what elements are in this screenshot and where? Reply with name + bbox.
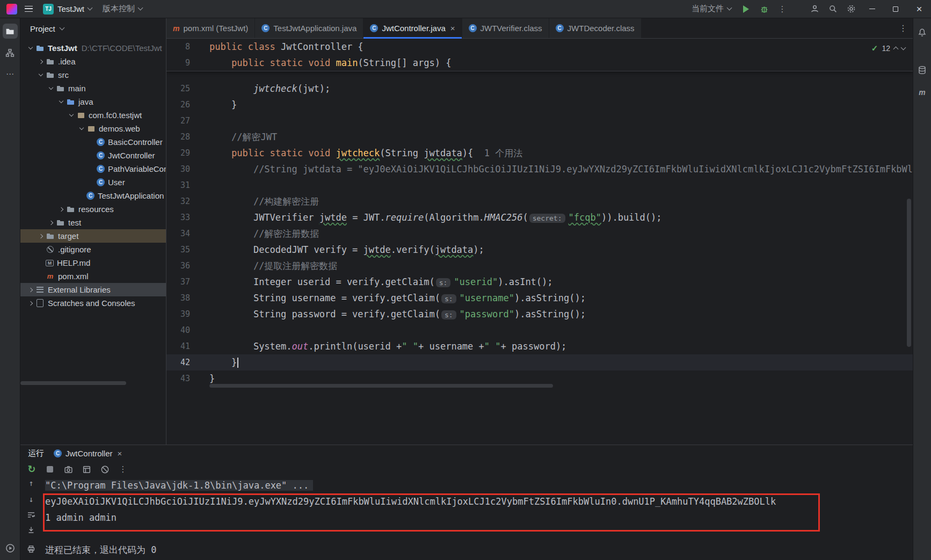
line-number[interactable]: 37 — [166, 274, 209, 290]
line-number[interactable]: 39 — [166, 306, 209, 322]
tree-item-java[interactable]: java — [20, 95, 166, 108]
line-number[interactable]: 9 — [166, 55, 209, 71]
line-number[interactable]: 40 — [166, 322, 209, 338]
structure-tool-icon[interactable] — [3, 45, 18, 60]
code-line-39[interactable]: 39 String password = verify.getClaim(s:"… — [166, 306, 913, 322]
run-button[interactable] — [737, 0, 755, 18]
tree-item-com-fc0-testjwt[interactable]: com.fc0.testjwt — [20, 108, 166, 122]
code-line-28[interactable]: 28 //解密JWT — [166, 129, 913, 145]
line-number[interactable]: 8 — [166, 39, 209, 55]
tree-item-target[interactable]: target — [20, 229, 166, 243]
run-tab[interactable]: C JwtController × — [50, 445, 125, 461]
code-line-38[interactable]: 38 String username = verify.getClaim(s:"… — [166, 290, 913, 306]
inspections-widget[interactable]: ✓ 12 — [871, 43, 905, 53]
tree-item-src[interactable]: src — [20, 68, 166, 82]
line-number[interactable]: 31 — [166, 177, 209, 193]
code-line-9[interactable]: 9 public static void main(String[] args)… — [166, 55, 913, 71]
code-editor[interactable]: ✓ 12 8public class JwtController {9 publ… — [166, 39, 913, 445]
chevron-down-icon[interactable] — [901, 45, 906, 50]
tree-item-scratches-and-consoles[interactable]: Scratches and Consoles — [20, 296, 166, 310]
code-line-26[interactable]: 26 } — [166, 97, 913, 113]
tree-item-help-md[interactable]: MHELP.md — [20, 256, 166, 270]
editor-tab[interactable]: mpom.xml (TestJwt) — [166, 18, 255, 38]
chevron-down-icon[interactable] — [26, 48, 35, 49]
chevron-down-icon[interactable] — [67, 115, 76, 116]
project-panel-header[interactable]: Project — [20, 18, 166, 39]
stop-icon[interactable] — [45, 466, 55, 472]
maximize-button[interactable] — [884, 0, 907, 18]
tree-item-pom-xml[interactable]: mpom.xml — [20, 270, 166, 283]
profile-icon[interactable] — [805, 0, 824, 18]
editor-tab[interactable]: CJWTDecoder.class — [549, 18, 642, 38]
code-line-25[interactable]: 25 jwtcheck(jwt); — [166, 81, 913, 97]
clear-all-icon[interactable] — [100, 465, 110, 474]
rerun-icon[interactable]: ↻ — [27, 463, 37, 475]
close-tab-icon[interactable]: × — [450, 24, 455, 33]
code-line-40[interactable]: 40 — [166, 322, 913, 338]
code-line-41[interactable]: 41 System.out.println(userid +" "+ usern… — [166, 338, 913, 354]
chevron-right-icon[interactable] — [36, 235, 46, 238]
database-tool-icon[interactable] — [915, 62, 930, 77]
project-widget[interactable]: TJ TestJwt — [38, 0, 97, 18]
chevron-right-icon[interactable] — [56, 208, 66, 211]
line-number[interactable]: 41 — [166, 338, 209, 354]
line-number[interactable]: 42 — [166, 354, 209, 370]
console-line[interactable]: 1 admin admin — [45, 510, 913, 526]
chevron-right-icon[interactable] — [26, 302, 35, 305]
close-button[interactable]: × — [907, 0, 931, 18]
chevron-right-icon[interactable] — [26, 288, 35, 292]
editor-tab[interactable]: CTestJwtApplication.java — [255, 18, 363, 38]
hamburger-menu-icon[interactable] — [19, 0, 38, 18]
more-options-icon[interactable]: ⋮ — [118, 464, 128, 474]
chevron-up-icon[interactable] — [893, 46, 899, 52]
project-tool-icon[interactable] — [3, 24, 18, 39]
line-number[interactable]: 43 — [166, 370, 209, 387]
tree-item-user[interactable]: CUser — [20, 176, 166, 189]
horizontal-scrollbar[interactable] — [20, 381, 126, 385]
soft-wrap-icon[interactable] — [27, 511, 35, 519]
code-line-42[interactable]: 42 } — [166, 354, 913, 370]
chevron-down-icon[interactable] — [56, 101, 66, 103]
code-line-35[interactable]: 35 DecodedJWT verify = jwtde.verify(jwtd… — [166, 242, 913, 258]
console-line[interactable]: 进程已结束，退出代码为 0 — [45, 542, 913, 558]
scroll-to-end-icon[interactable] — [27, 526, 35, 534]
code-line-31[interactable]: 31 — [166, 177, 913, 193]
tree-item-resources[interactable]: resources — [20, 202, 166, 216]
run-config-widget[interactable]: 当前文件 — [686, 0, 737, 18]
line-number[interactable]: 32 — [166, 193, 209, 209]
console-line[interactable]: "C:\Program Files\Java\jdk-1.8\bin\java.… — [45, 477, 913, 493]
code-line-27[interactable]: 27 — [166, 113, 913, 129]
vcs-widget[interactable]: 版本控制 — [97, 0, 148, 18]
console-line[interactable] — [45, 526, 913, 542]
line-number[interactable]: 27 — [166, 113, 209, 129]
line-number[interactable]: 36 — [166, 258, 209, 274]
chevron-down-icon[interactable] — [46, 88, 56, 89]
run-tool-icon[interactable] — [3, 541, 18, 556]
horizontal-scrollbar[interactable] — [209, 384, 553, 388]
vertical-scrollbar[interactable] — [907, 199, 911, 347]
maven-tool-icon[interactable]: m — [915, 85, 930, 100]
tree-item-main[interactable]: main — [20, 82, 166, 95]
tree-item-pathvariablecontroller[interactable]: CPathVariableController — [20, 162, 166, 176]
line-number[interactable]: 26 — [166, 97, 209, 113]
run-tool-label[interactable]: 运行 — [28, 448, 44, 459]
prev-occurrence-icon[interactable]: ↑ — [28, 478, 33, 488]
code-line-30[interactable]: 30 //String jwtdata = "eyJ0eXAiOiJKV1QiL… — [166, 161, 913, 177]
tree-item-testjwt[interactable]: TestJwtD:\CTF\CODE\TestJwt — [20, 41, 166, 55]
tab-options-icon[interactable]: ⋮ — [893, 18, 913, 38]
tree-item-demos-web[interactable]: demos.web — [20, 122, 166, 135]
code-line-32[interactable]: 32 //构建解密注册 — [166, 193, 913, 209]
editor-tab[interactable]: CJWTVerifier.class — [462, 18, 549, 38]
line-number[interactable]: 34 — [166, 226, 209, 242]
code-line-36[interactable]: 36 //提取注册解密数据 — [166, 258, 913, 274]
line-number[interactable]: 33 — [166, 209, 209, 226]
code-line-29[interactable]: 29 public static void jwtcheck(String jw… — [166, 145, 913, 161]
chevron-down-icon[interactable] — [77, 128, 86, 129]
print-icon[interactable] — [27, 545, 35, 554]
code-line-34[interactable]: 34 //解密注册数据 — [166, 226, 913, 242]
console-line[interactable]: eyJ0eXAiOiJKV1QiLCJhbGciOiJIUzI1NiJ9.eyJ… — [45, 493, 913, 510]
chevron-down-icon[interactable] — [36, 75, 46, 76]
debug-button[interactable] — [755, 0, 773, 18]
editor-tab[interactable]: CJwtController.java× — [363, 18, 462, 38]
tree-item-external-libraries[interactable]: External Libraries — [20, 283, 166, 296]
